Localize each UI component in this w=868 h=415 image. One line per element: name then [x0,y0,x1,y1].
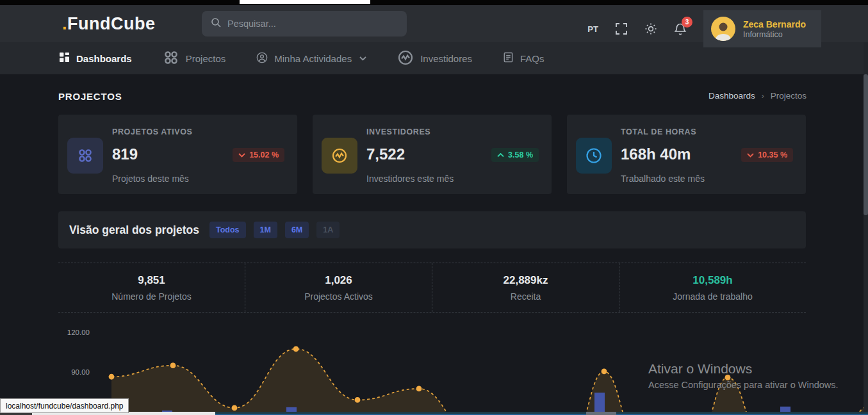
browser-top-strip [0,0,868,5]
stat-card-value: 168h 40m [621,145,691,163]
chart-data-point [293,346,299,352]
notifications-bell-icon[interactable]: 3 [674,22,687,36]
filter-button-1a[interactable]: 1A [316,222,340,238]
nav-item-projectos[interactable]: Projectos [163,49,226,68]
chart-data-point [602,369,607,375]
substat-projectos-activos: 1,026Projectos Activos [245,263,432,312]
header-actions: PT 3 [587,10,806,47]
stat-card-total-de-horas: TOTAL DE HORAS168h 40m10.35 %Trabalhado … [567,115,806,194]
nav-item-minha-actividades[interactable]: Minha Actividades [256,52,366,65]
chart-data-point [355,397,361,403]
scrollbar-thumb[interactable] [864,74,868,215]
search-input[interactable] [227,19,398,29]
stat-cards-row: PROJETOS ATIVOS81915.02 %Projetos deste … [58,115,806,194]
stat-card-title: TOTAL DE HORAS [621,127,696,136]
nav-item-label: Minha Actividades [274,53,352,64]
substat-receita: 22,889kzReceita [432,263,619,312]
page-title: PROJECTOS [58,91,122,102]
stat-card-title: INVESTIDORES [366,127,430,136]
y-axis-tick-label: 120.00 [67,329,90,336]
nav-item-label: Investidores [420,53,472,64]
circles-icon [163,49,179,68]
stat-card-investidores: INVESTIDORES7,5223.58 %Investidores este… [313,115,552,194]
circles-icon [67,138,103,174]
delta-arrow-icon [238,153,245,158]
substat-value: 1,026 [325,274,352,287]
app-logo[interactable]: .FundCube [62,14,156,34]
breadcrumb-dashboards[interactable]: Dashboards [708,91,755,101]
stat-card-delta-badge: 15.02 % [233,148,284,162]
watermark-subtitle: Acesse Configurações para ativar o Windo… [648,380,839,390]
fullscreen-icon[interactable] [615,22,628,35]
substat-label: Projectos Activos [304,291,373,302]
app-header: .FundCube PT [0,5,868,42]
bottom-edge-strip [0,412,868,415]
search-box[interactable] [202,11,407,37]
nav-item-investidores[interactable]: Investidores [397,49,472,68]
substats-row: 9,851Número de Projetos1,026Projectos Ac… [58,263,806,313]
stat-card-subtitle: Projetos deste mês [112,174,189,184]
user-name: Zeca Bernardo [743,19,806,30]
logo-dot: . [62,14,67,33]
bottom-strip-teal [215,412,868,415]
pulse-circle-icon [322,138,357,174]
nav-item-label: FAQs [520,53,545,64]
page-scrollbar[interactable] [864,42,868,415]
grid-icon [59,52,70,65]
language-switcher[interactable]: PT [587,24,598,34]
nav-item-label: Projectos [186,53,226,64]
overview-filters: Todos1M6M1A [209,222,347,238]
windows-activation-watermark: Ativar o Windows Acesse Configurações pa… [648,361,839,390]
projects-overview-panel: Visão geral dos projetos Todos1M6M1A [58,211,806,248]
clock-icon [576,138,612,174]
logo-text: FundCube [67,14,155,33]
substat-label: Jornada de trabalho [673,291,753,302]
delta-arrow-icon [497,153,504,158]
pulse-circle-icon [397,49,414,68]
substat-número-de-projetos: 9,851Número de Projetos [58,263,245,312]
search-icon [211,17,221,30]
nav-item-label: Dashboards [76,53,132,64]
browser-tab-highlight [240,0,370,4]
substat-value: 10,589h [692,274,732,287]
breadcrumb: Dashboards › Projectos [708,91,807,101]
filter-button-6m[interactable]: 6M [285,222,309,238]
substat-jornada-de-trabalho: 10,589hJornada de trabalho [619,263,806,312]
breadcrumb-current: Projectos [771,91,807,101]
overview-title: Visão geral dos projetos [69,224,199,237]
watermark-title: Ativar o Windows [648,361,839,377]
nav-item-faqs[interactable]: FAQs [503,52,545,65]
user-role: Informático [743,30,806,39]
breadcrumb-separator: › [762,92,764,101]
stat-card-title: PROJETOS ATIVOS [112,127,192,136]
stat-card-value: 819 [112,145,138,163]
chart-data-point [232,405,238,411]
user-info: Zeca Bernardo Informático [743,19,806,39]
bottom-strip-scroll-fragment [586,412,616,415]
chevron-down-icon [359,56,366,61]
filter-button-1m[interactable]: 1M [254,222,277,238]
substat-value: 22,889kz [504,274,548,287]
chart-data-point [416,386,422,391]
stat-card-projetos-ativos: PROJETOS ATIVOS81915.02 %Projetos deste … [58,115,297,194]
stat-card-delta-badge: 3.58 % [491,148,539,162]
substat-label: Número de Projetos [111,291,192,302]
user-avatar [711,17,735,41]
substat-label: Receita [511,291,541,302]
user-menu[interactable]: Zeca Bernardo Informático [703,10,821,47]
fundcube-dashboard: .FundCube PT [0,0,868,415]
substat-value: 9,851 [138,274,165,287]
browser-status-url: localhost/fundcube/dashboard.php [0,398,129,413]
stat-card-subtitle: Trabalhado este mês [621,174,705,184]
filter-button-todos[interactable]: Todos [209,222,246,238]
chart-data-point [109,374,115,380]
delta-arrow-icon [747,153,754,158]
chart-data-point [170,362,176,368]
stat-card-subtitle: Investidores este mês [366,174,454,184]
user-circle-icon [256,52,268,65]
theme-toggle-sun-icon[interactable] [644,22,657,35]
notification-count-badge: 3 [682,17,692,28]
stat-card-value: 7,522 [366,145,405,163]
y-axis-tick-label: 90.00 [71,368,90,376]
nav-item-dashboards[interactable]: Dashboards [59,52,132,65]
